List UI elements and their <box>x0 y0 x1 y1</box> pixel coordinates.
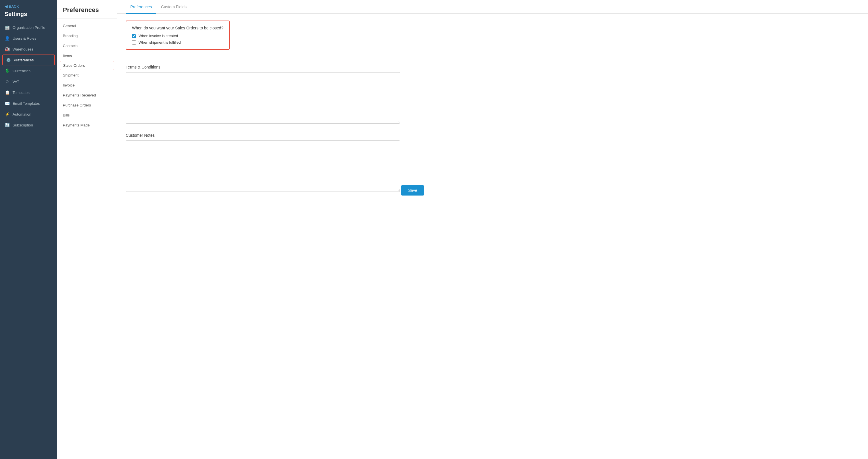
content-area: When do you want your Sales Orders to be… <box>117 14 868 459</box>
sidebar-item-label-preferences: Preferences <box>14 58 34 62</box>
back-label: BACK <box>9 4 19 8</box>
middle-panel: Preferences GeneralBrandingContactsItems… <box>57 0 117 459</box>
middle-nav-item-items[interactable]: Items <box>57 51 117 61</box>
middle-nav-item-branding[interactable]: Branding <box>57 31 117 41</box>
sidebar-item-currencies[interactable]: 💲 Currencies <box>0 65 57 76</box>
middle-nav-item-general[interactable]: General <box>57 21 117 31</box>
invoice-checkbox-row: When invoice is created <box>132 34 223 38</box>
sidebar-item-email-templates[interactable]: ✉️ Email Templates <box>0 98 57 109</box>
users-roles-icon: 👤 <box>5 36 10 41</box>
middle-nav-item-payments-received[interactable]: Payments Received <box>57 90 117 100</box>
tab-preferences[interactable]: Preferences <box>126 0 156 14</box>
terms-textarea[interactable] <box>126 72 400 124</box>
sidebar-item-label-email-templates: Email Templates <box>12 101 40 106</box>
sidebar-item-warehouses[interactable]: 🏭 Warehouses <box>0 44 57 55</box>
sidebar-item-label-currencies: Currencies <box>12 69 31 73</box>
save-button[interactable]: Save <box>401 185 424 196</box>
notes-label: Customer Notes <box>126 133 860 138</box>
subscription-icon: 🔄 <box>5 123 10 128</box>
organization-profile-icon: 🏢 <box>5 25 10 30</box>
invoice-checkbox-label: When invoice is created <box>138 34 178 38</box>
preferences-icon: ⚙️ <box>6 57 11 63</box>
sidebar-item-subscription[interactable]: 🔄 Subscription <box>0 120 57 130</box>
sidebar: ◀ BACK Settings 🏢 Organization Profile 👤… <box>0 0 57 459</box>
close-question-text: When do you want your Sales Orders to be… <box>132 26 223 30</box>
middle-nav-item-shipment[interactable]: Shipment <box>57 70 117 80</box>
email-templates-icon: ✉️ <box>5 101 10 106</box>
separator-2 <box>126 127 860 127</box>
sidebar-item-users-roles[interactable]: 👤 Users & Roles <box>0 33 57 44</box>
sidebar-item-label-vat: VAT <box>12 79 19 84</box>
preferences-navigation: GeneralBrandingContactsItemsSales Orders… <box>57 19 117 132</box>
sidebar-navigation: 🏢 Organization Profile 👤 Users & Roles 🏭… <box>0 22 57 130</box>
sidebar-title: Settings <box>0 11 57 22</box>
notes-textarea[interactable] <box>126 140 400 192</box>
shipment-checkbox-row: When shipment is fulfilled <box>132 40 223 44</box>
shipment-checkbox-label: When shipment is fulfilled <box>138 40 181 44</box>
middle-nav-item-payments-made[interactable]: Payments Made <box>57 120 117 130</box>
sidebar-item-label-warehouses: Warehouses <box>12 47 33 52</box>
sidebar-item-label-organization-profile: Organization Profile <box>12 25 45 30</box>
middle-nav-item-contacts[interactable]: Contacts <box>57 41 117 51</box>
middle-nav-item-purchase-orders[interactable]: Purchase Orders <box>57 100 117 110</box>
back-button[interactable]: ◀ BACK <box>0 0 57 11</box>
tabs-bar: PreferencesCustom Fields <box>117 0 868 14</box>
middle-nav-item-bills[interactable]: Bills <box>57 110 117 120</box>
sidebar-item-preferences[interactable]: ⚙️ Preferences <box>2 55 55 65</box>
back-arrow-icon: ◀ <box>5 4 8 8</box>
sidebar-item-label-subscription: Subscription <box>12 123 33 127</box>
terms-label: Terms & Conditions <box>126 65 860 69</box>
invoice-checkbox[interactable] <box>132 34 136 38</box>
warehouses-icon: 🏭 <box>5 46 10 52</box>
sidebar-item-automation[interactable]: ⚡ Automation <box>0 109 57 120</box>
sidebar-item-label-users-roles: Users & Roles <box>12 36 36 40</box>
sidebar-item-templates[interactable]: 📋 Templates <box>0 87 57 98</box>
sales-orders-close-box: When do you want your Sales Orders to be… <box>126 21 230 50</box>
sidebar-item-label-templates: Templates <box>12 91 29 95</box>
sidebar-item-label-automation: Automation <box>12 112 31 117</box>
middle-panel-title: Preferences <box>57 0 117 19</box>
shipment-checkbox[interactable] <box>132 40 136 44</box>
main-content: PreferencesCustom Fields When do you wan… <box>117 0 868 459</box>
sidebar-item-vat[interactable]: ⊙ VAT <box>0 76 57 87</box>
automation-icon: ⚡ <box>5 111 10 117</box>
tab-custom-fields[interactable]: Custom Fields <box>156 0 191 14</box>
templates-icon: 📋 <box>5 90 10 95</box>
currencies-icon: 💲 <box>5 68 10 73</box>
sidebar-item-organization-profile[interactable]: 🏢 Organization Profile <box>0 22 57 33</box>
middle-nav-item-invoice[interactable]: Invoice <box>57 80 117 90</box>
middle-nav-item-sales-orders[interactable]: Sales Orders <box>60 61 114 70</box>
vat-icon: ⊙ <box>5 79 10 84</box>
